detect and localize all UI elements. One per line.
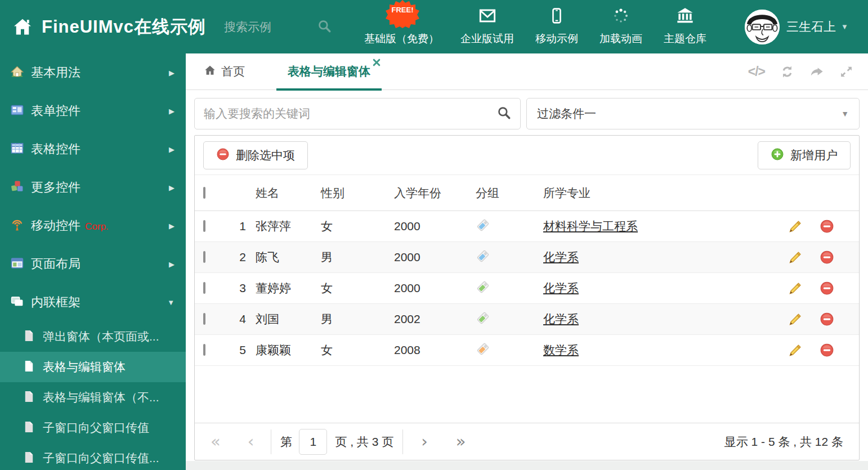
search-icon[interactable] [317, 19, 332, 35]
nav-loading-animation-button[interactable]: 加载动画 [599, 7, 642, 46]
table-row: 4 刘国 男 2002 化学系 [195, 304, 859, 335]
delete-icon[interactable] [820, 281, 834, 296]
grid-toolbar: 删除选中项 新增用户 [195, 136, 859, 175]
sidebar-subitem-popup-window[interactable]: 弹出窗体（本页面或... [0, 321, 186, 352]
row-checkbox[interactable] [203, 251, 205, 263]
chevron-right-icon: ▶ [169, 69, 175, 77]
chevron-right-icon: ▶ [169, 222, 175, 230]
tag-icon [476, 342, 543, 359]
file-icon [23, 329, 35, 344]
sidebar-item-form-controls[interactable]: 表单控件 ▶ [0, 92, 186, 130]
free-badge: FREE! [385, 0, 420, 28]
free-badge-label: FREE! [385, 6, 420, 14]
header-search-input[interactable] [224, 20, 317, 34]
last-page-button[interactable]: » [456, 433, 466, 450]
home-icon[interactable] [12, 17, 33, 37]
sidebar-item-basic-usage[interactable]: 基本用法 ▶ [0, 53, 186, 92]
app-header: FineUIMvc在线示例 FREE! 基础版（免费） 企业版试用 [0, 0, 868, 53]
major-link[interactable]: 化学系 [543, 281, 579, 294]
edit-icon[interactable] [787, 312, 802, 326]
avatar[interactable] [745, 10, 780, 44]
frames-icon [10, 294, 24, 311]
edit-icon[interactable] [787, 219, 802, 234]
major-link[interactable]: 材料科学与工程系 [543, 220, 638, 232]
major-link[interactable]: 化学系 [543, 250, 579, 263]
delete-selected-button[interactable]: 删除选中项 [203, 141, 308, 169]
page-number-input[interactable] [299, 429, 327, 455]
cell-name: 董婷婷 [256, 280, 321, 296]
edit-icon[interactable] [787, 281, 802, 296]
mobile-icon [549, 7, 564, 26]
delete-icon[interactable] [820, 219, 834, 234]
cell-gender: 女 [321, 218, 394, 234]
sidebar-item-more-controls[interactable]: 更多控件 ▶ [0, 168, 186, 207]
column-header-gender[interactable]: 性别 [321, 185, 394, 201]
select-all-checkbox[interactable] [203, 187, 205, 199]
filter-dropdown[interactable]: 过滤条件一 ▼ [526, 98, 860, 129]
tab-grid-edit-window[interactable]: 表格与编辑窗体 [276, 53, 382, 90]
chevron-down-icon: ▼ [841, 109, 849, 118]
column-header-major[interactable]: 所学专业 [543, 185, 787, 201]
sidebar-subitem-grid-edit-window-2[interactable]: 表格与编辑窗体（不... [0, 382, 186, 413]
nav-theme-repo-button[interactable]: 主题仓库 [664, 7, 706, 46]
prev-page-button[interactable]: ‹ [248, 433, 254, 450]
column-header-group[interactable]: 分组 [476, 185, 543, 201]
sidebar-subitem-grid-edit-window[interactable]: 表格与编辑窗体 [0, 352, 186, 382]
nav-mobile-demo-button[interactable]: 移动示例 [535, 7, 578, 46]
cell-year: 2000 [394, 250, 476, 264]
plus-circle-icon [771, 147, 784, 163]
search-icon[interactable] [496, 105, 511, 122]
chevron-right-icon: ▶ [169, 107, 175, 115]
keyword-search-box [194, 98, 521, 129]
tag-icon [476, 249, 543, 266]
column-header-year[interactable]: 入学年份 [394, 185, 476, 201]
row-checkbox[interactable] [203, 313, 205, 325]
page-background [186, 461, 868, 470]
tag-icon [476, 218, 543, 235]
pager-divider [402, 429, 403, 454]
add-user-button[interactable]: 新增用户 [758, 141, 851, 169]
expand-icon[interactable] [839, 65, 853, 79]
user-menu[interactable]: 三生石上 ▼ [786, 19, 848, 35]
keyword-search-input[interactable] [204, 107, 496, 120]
row-number: 3 [230, 281, 256, 295]
next-page-button[interactable]: › [421, 433, 428, 450]
cubes-icon [10, 180, 24, 196]
chevron-down-icon: ▼ [841, 23, 848, 31]
row-checkbox[interactable] [203, 344, 205, 356]
source-code-icon[interactable]: </> [748, 64, 765, 79]
delete-icon[interactable] [820, 343, 834, 357]
share-icon[interactable] [809, 64, 825, 79]
major-link[interactable]: 数学系 [543, 343, 579, 356]
cell-gender: 女 [321, 280, 394, 296]
major-link[interactable]: 化学系 [543, 312, 579, 325]
sidebar-subitem-child-to-parent[interactable]: 子窗口向父窗口传值 [0, 413, 186, 443]
sidebar-subitem-label: 表格与编辑窗体（不... [43, 390, 159, 405]
row-number: 4 [230, 312, 256, 326]
sidebar: 基本用法 ▶ 表单控件 ▶ 表格控件 ▶ 更多控件 ▶ 移动控件 Corp. ▶… [0, 53, 186, 470]
sidebar-item-label: 页面布局 [31, 256, 80, 272]
active-tab-underline [276, 88, 382, 91]
tag-icon [476, 280, 543, 297]
header-search [224, 19, 339, 35]
sidebar-item-page-layout[interactable]: 页面布局 ▶ [0, 245, 186, 283]
sidebar-item-inline-frame[interactable]: 内联框架 ▼ [0, 283, 186, 321]
tab-home[interactable]: 首页 [204, 64, 245, 79]
column-header-name[interactable]: 姓名 [256, 185, 321, 201]
chevron-down-icon: ▼ [167, 298, 175, 307]
row-checkbox[interactable] [203, 220, 205, 232]
sidebar-subitem-child-to-parent-2[interactable]: 子窗口向父窗口传值... [0, 443, 186, 470]
sidebar-item-mobile-controls[interactable]: 移动控件 Corp. ▶ [0, 207, 186, 245]
edit-icon[interactable] [787, 343, 802, 357]
edit-icon[interactable] [787, 250, 802, 265]
row-checkbox[interactable] [203, 282, 205, 294]
delete-icon[interactable] [820, 312, 834, 326]
first-page-button[interactable]: « [211, 433, 221, 450]
refresh-icon[interactable] [780, 64, 795, 79]
close-icon[interactable] [373, 59, 381, 69]
nav-enterprise-trial-button[interactable]: 企业版试用 [460, 7, 514, 46]
sidebar-item-label: 移动控件 [31, 217, 80, 234]
bank-icon [675, 7, 695, 26]
delete-icon[interactable] [820, 250, 834, 265]
sidebar-item-grid-controls[interactable]: 表格控件 ▶ [0, 130, 186, 168]
